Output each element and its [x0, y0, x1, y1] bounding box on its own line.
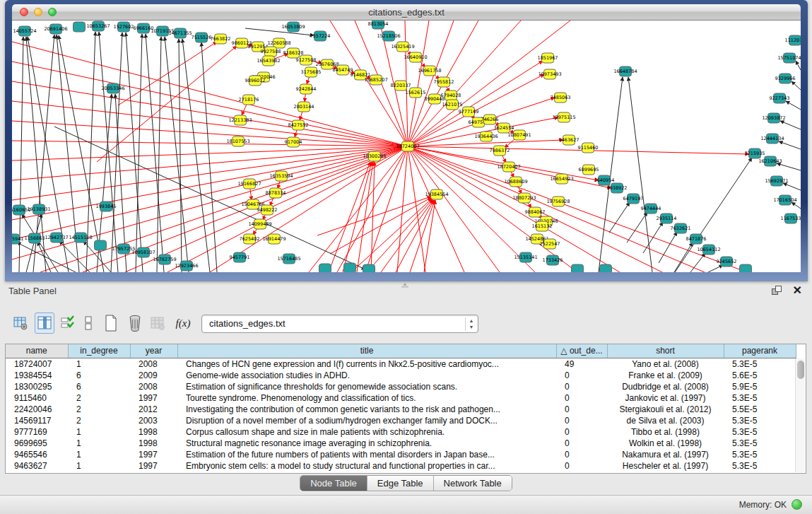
network-edge[interactable]	[408, 146, 577, 272]
network-node[interactable]: 1156863	[25, 233, 45, 243]
network-node[interactable]: 19166827	[237, 179, 261, 189]
network-edge[interactable]	[12, 101, 408, 146]
network-node[interactable]: 16914479	[262, 234, 286, 244]
network-edge[interactable]	[659, 232, 677, 263]
network-edge[interactable]	[12, 141, 408, 146]
network-node[interactable]: 8813054	[368, 21, 389, 29]
network-node[interactable]: 10973493	[538, 69, 561, 79]
table-row[interactable]: 946362711997Embryonic stem cells: a mode…	[6, 460, 796, 472]
network-node[interactable]: 12942737	[45, 233, 68, 243]
network-node[interactable]: 9242844	[296, 84, 317, 94]
network-edge[interactable]	[12, 81, 408, 146]
network-node[interactable]: 2935114	[657, 214, 677, 223]
network-node[interactable]: 20053346	[101, 83, 124, 93]
network-node[interactable]: 18720407	[497, 162, 520, 172]
network-edge[interactable]	[675, 158, 752, 272]
table-row[interactable]: 1872400712008Changes of HCN gene express…	[6, 358, 796, 370]
network-edge[interactable]	[408, 146, 500, 272]
network-edge[interactable]	[796, 61, 801, 70]
network-node[interactable]: 1527602	[114, 22, 134, 32]
network-node[interactable]: 16053809	[281, 22, 305, 32]
network-node[interactable]: 7632621	[671, 223, 691, 233]
network-node[interactable]: 15716485	[277, 254, 300, 264]
network-node[interactable]: 19364436	[474, 132, 498, 141]
show-column-button[interactable]	[35, 313, 54, 334]
network-node[interactable]: 1733426	[543, 255, 563, 265]
network-node[interactable]: 9896012	[245, 76, 266, 86]
network-node[interactable]: 9463627	[559, 135, 579, 145]
column-header-title[interactable]: title	[177, 344, 556, 358]
table-row[interactable]: 969969511998Structural magnetic resonanc…	[6, 438, 796, 449]
network-node[interactable]: 20691406	[44, 24, 67, 34]
network-node[interactable]: 15218506	[377, 31, 400, 41]
network-edge[interactable]	[779, 141, 801, 149]
network-node[interactable]	[95, 240, 107, 250]
network-node[interactable]: 10688609	[504, 177, 527, 187]
network-node[interactable]: 16782759	[153, 255, 176, 264]
network-node[interactable]: 7485063	[551, 93, 571, 103]
network-node[interactable]: 15685207	[364, 75, 387, 85]
network-node[interactable]: 14055724	[13, 26, 36, 36]
network-edge[interactable]	[245, 28, 314, 35]
network-node[interactable]: 9474444	[641, 204, 661, 214]
network-node[interactable]: 8215935	[745, 148, 765, 158]
network-node[interactable]: 16543982	[257, 56, 280, 66]
network-node[interactable]: 746266	[481, 115, 499, 124]
network-node[interactable]: 19138931	[27, 204, 50, 214]
network-node[interactable]: 16961758	[418, 66, 441, 76]
network-node[interactable]: 9938922	[607, 183, 628, 193]
row-height-button[interactable]	[78, 313, 98, 334]
network-node[interactable]	[344, 263, 356, 272]
network-node[interactable]: 7955812	[434, 77, 454, 87]
network-edge[interactable]	[97, 46, 237, 162]
network-edge[interactable]	[17, 243, 76, 272]
network-node[interactable]: 16648784	[613, 66, 637, 76]
network-node[interactable]: 1167533	[781, 214, 801, 223]
network-edge[interactable]	[12, 146, 408, 220]
network-edge[interactable]	[12, 146, 408, 160]
network-edge[interactable]	[126, 33, 143, 272]
network-node[interactable]: 1112034	[785, 35, 801, 45]
network-node[interactable]: 9777169	[459, 107, 479, 117]
network-edge[interactable]	[708, 265, 723, 272]
network-node[interactable]: 14515118	[69, 233, 92, 243]
network-node[interactable]: 16353594	[269, 171, 293, 181]
network-edge[interactable]	[786, 101, 801, 110]
network-edge[interactable]	[157, 37, 161, 272]
network-node[interactable]	[740, 264, 752, 272]
network-edge[interactable]	[146, 34, 164, 272]
splitter-handle-icon[interactable]	[400, 283, 410, 288]
network-edge[interactable]	[179, 39, 182, 272]
network-edge[interactable]	[783, 183, 801, 190]
network-node[interactable]	[363, 264, 375, 272]
network-node[interactable]: 9245652	[717, 257, 737, 267]
network-node[interactable]: 1562615	[406, 88, 426, 98]
network-edge[interactable]	[22, 214, 58, 272]
table-row[interactable]: 2242004622012Investigating the contribut…	[6, 404, 796, 415]
network-node[interactable]: 12975115	[552, 112, 575, 122]
delete-table-button[interactable]	[125, 313, 145, 334]
network-edge[interactable]	[628, 77, 652, 272]
network-graph[interactable]: 1405572420691406106532671527602696616010…	[12, 21, 801, 272]
column-header-pagerank[interactable]: pagerank	[724, 344, 796, 358]
network-node[interactable]: 18807293	[512, 193, 536, 203]
network-node[interactable]	[319, 264, 331, 272]
network-node[interactable]: 14099489	[248, 219, 271, 229]
table-row[interactable]: 977716911998Corpus callosum shape and si…	[6, 426, 796, 438]
import-table-button[interactable]	[148, 313, 167, 334]
table-row[interactable]: 911546021997Tourette syndrome. Phenomeno…	[6, 392, 796, 404]
window-titlebar[interactable]: citations_edges.txt	[12, 4, 801, 21]
float-panel-icon[interactable]	[772, 286, 782, 296]
network-node[interactable]: 19384554	[425, 189, 448, 199]
network-node[interactable]: 15135141	[514, 252, 537, 262]
network-edge[interactable]	[643, 222, 663, 253]
network-node[interactable]: 10958107	[131, 247, 155, 257]
network-node[interactable]: 12213383	[228, 115, 252, 125]
table-scrollbar[interactable]	[795, 358, 805, 472]
close-panel-icon[interactable]: ✕	[793, 284, 802, 297]
network-edge[interactable]	[627, 212, 647, 243]
network-edge[interactable]	[99, 32, 118, 272]
network-edge[interactable]	[12, 42, 408, 146]
network-node[interactable]: 6479197	[623, 194, 644, 204]
network-node[interactable]	[600, 264, 612, 272]
